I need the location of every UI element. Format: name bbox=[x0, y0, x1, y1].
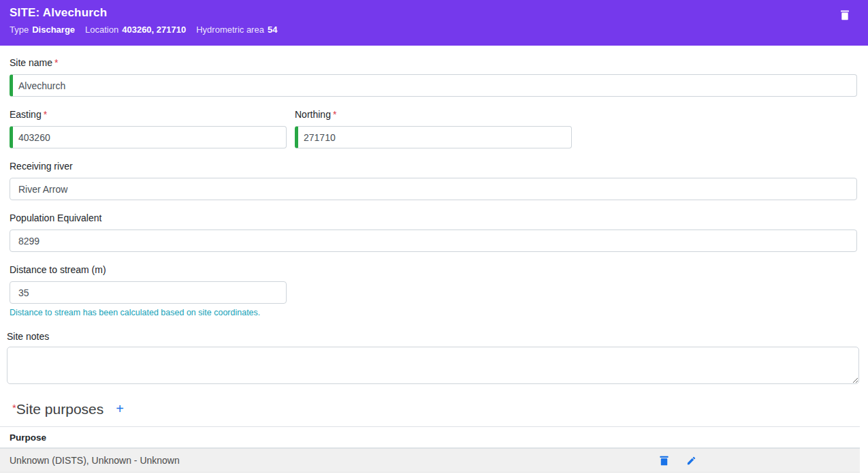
required-asterisk: * bbox=[54, 57, 58, 68]
site-name-label: Site name* bbox=[10, 57, 857, 68]
row-actions bbox=[660, 456, 696, 466]
distance-to-stream-group: Distance to stream (m) Distance to strea… bbox=[10, 264, 857, 317]
site-name-input[interactable] bbox=[10, 74, 857, 97]
add-purpose-button[interactable]: + bbox=[116, 401, 124, 416]
easting-label: Easting* bbox=[10, 109, 287, 120]
site-purposes-header: * Site purposes + bbox=[12, 401, 868, 417]
meta-hydrometric-area: Hydrometric area 54 bbox=[196, 25, 277, 35]
pencil-icon bbox=[686, 456, 696, 466]
site-header: SITE: Alvechurch Type Discharge Location… bbox=[0, 0, 868, 46]
distance-to-stream-label: Distance to stream (m) bbox=[10, 264, 857, 275]
table-row: Unknown (DISTS), Unknown - Unknown bbox=[0, 449, 860, 473]
delete-purpose-button[interactable] bbox=[660, 456, 669, 466]
northing-group: Northing* bbox=[295, 109, 572, 148]
meta-location: Location 403260, 271710 bbox=[85, 25, 186, 35]
distance-to-stream-input[interactable] bbox=[10, 281, 287, 304]
site-purposes-table: Purpose Unknown (DISTS), Unknown - Unkno… bbox=[0, 426, 860, 473]
coordinates-row: Easting* Northing* bbox=[10, 109, 857, 148]
site-purposes-title: Site purposes bbox=[16, 401, 103, 417]
required-asterisk: * bbox=[44, 109, 47, 120]
edit-purpose-button[interactable] bbox=[686, 456, 696, 466]
site-notes-label: Site notes bbox=[7, 331, 859, 342]
easting-input[interactable] bbox=[10, 126, 287, 148]
northing-input[interactable] bbox=[295, 126, 572, 148]
site-meta: Type Discharge Location 403260, 271710 H… bbox=[10, 25, 858, 35]
trash-icon bbox=[660, 456, 669, 466]
easting-group: Easting* bbox=[10, 109, 287, 148]
site-name-group: Site name* bbox=[10, 57, 857, 97]
receiving-river-group: Receiving river bbox=[10, 161, 857, 200]
northing-label: Northing* bbox=[295, 109, 572, 120]
receiving-river-input[interactable] bbox=[10, 178, 857, 200]
meta-type: Type Discharge bbox=[10, 25, 75, 35]
site-notes-textarea[interactable] bbox=[7, 347, 859, 384]
page-title: SITE: Alvechurch bbox=[10, 6, 858, 20]
distance-helper-text: Distance to stream has been calculated b… bbox=[10, 308, 857, 317]
site-notes-group: Site notes bbox=[7, 331, 859, 384]
site-form: Site name* Easting* Northing* Receiving … bbox=[0, 57, 868, 473]
delete-site-button[interactable] bbox=[839, 9, 851, 21]
population-equivalent-input[interactable] bbox=[10, 230, 857, 252]
receiving-river-label: Receiving river bbox=[10, 161, 857, 172]
required-asterisk: * bbox=[333, 109, 336, 120]
purpose-cell: Unknown (DISTS), Unknown - Unknown bbox=[10, 455, 180, 466]
population-equivalent-label: Population Equivalent bbox=[10, 212, 857, 223]
trash-icon bbox=[840, 10, 850, 20]
population-equivalent-group: Population Equivalent bbox=[10, 212, 857, 252]
purpose-column-header: Purpose bbox=[0, 427, 860, 449]
